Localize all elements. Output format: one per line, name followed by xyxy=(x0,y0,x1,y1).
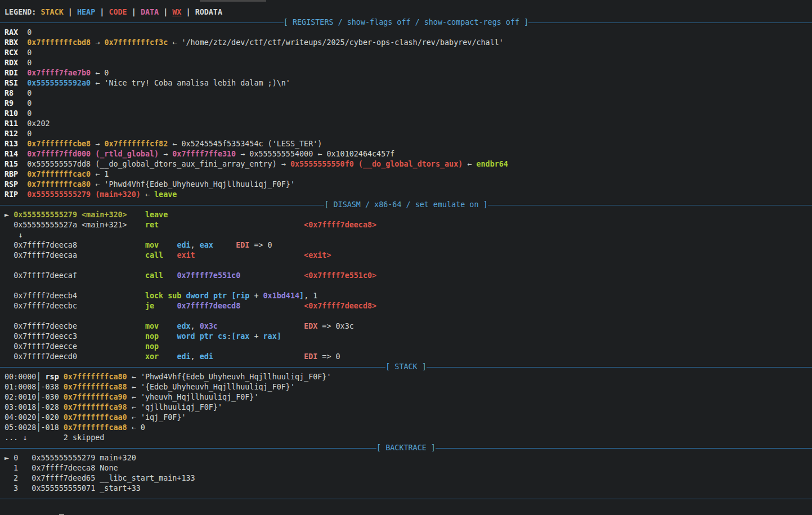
stack-address: 0x7fffffffca80 xyxy=(64,373,127,381)
text xyxy=(77,251,145,259)
code-address: <0x7ffff7deeca8> xyxy=(304,221,376,229)
text: ... ↓ xyxy=(5,433,27,442)
text: ← 1 xyxy=(91,170,109,178)
instruction-mnemonic: mov xyxy=(145,241,159,249)
wx-legend-item: WX xyxy=(172,8,181,16)
registers-line: R10 0 xyxy=(5,109,812,119)
code-address: 0x555555555279 (main+320) xyxy=(27,190,141,199)
arrow-left-icon: ← xyxy=(141,190,154,199)
registers-line: R15 0x555555557dd8 (__do_global_dtors_au… xyxy=(5,159,812,169)
text xyxy=(154,302,177,310)
register-operand: ptr xyxy=(213,292,227,300)
stack-line: 05:0028│-018 0x7fffffffcaa8 ← 0 xyxy=(5,423,812,433)
text xyxy=(159,332,177,341)
text xyxy=(18,79,27,87)
text: '{Edeb_Uhyheuvh_Hqjllhuuliqj_F0F}' xyxy=(141,383,295,391)
text: │ xyxy=(36,403,41,411)
text xyxy=(5,241,14,249)
register-name: R12 xyxy=(5,129,18,138)
separator-line xyxy=(427,367,812,368)
register-name: R15 xyxy=(5,160,18,168)
prompt-line[interactable]: pwndbg> xyxy=(5,504,812,514)
immediate-value: 0x7ffff7deecd8 xyxy=(177,302,240,310)
text: + xyxy=(249,332,263,341)
disasm-line xyxy=(5,261,812,271)
text xyxy=(77,292,145,300)
text: │ xyxy=(36,413,41,422)
text xyxy=(5,352,14,361)
text: 00:0000 xyxy=(5,373,36,381)
stack-address: 0x7fffffffcaa8 xyxy=(64,423,127,432)
text: -038 xyxy=(41,383,64,391)
text xyxy=(18,170,27,178)
register-operand: rip xyxy=(236,292,249,300)
stack-section-header: [ STACK ] xyxy=(0,362,812,372)
code-address: exit xyxy=(177,251,195,259)
text: => 0x3c xyxy=(317,322,354,330)
text xyxy=(213,352,304,361)
text xyxy=(77,332,145,341)
text: , 1 xyxy=(304,292,317,300)
backtrace-line: 2 0x7ffff7deed65 __libc_start_main+133 xyxy=(5,473,812,483)
data-address: 0x7ffff7fae7b0 xyxy=(27,69,91,77)
text xyxy=(18,160,27,168)
separator-line xyxy=(0,499,812,499)
disasm-line: 0x7ffff7deecce nop xyxy=(5,342,812,352)
text xyxy=(195,251,304,259)
text: 0x7ffff7deeca8 xyxy=(14,241,77,249)
registers-line: RIP 0x555555555279 (main+320) ← leave xyxy=(5,190,812,200)
stack-line: 02:0010│-030 0x7fffffffca90 ← 'yheuvh_Hq… xyxy=(5,392,812,402)
annotation-register: EDI xyxy=(304,352,317,361)
text xyxy=(18,180,27,189)
disasm-panel: ► 0x555555555279 <main+320> leave 0x5555… xyxy=(5,210,812,362)
text: | xyxy=(64,8,77,16)
immediate-value: 0x1bd414 xyxy=(263,292,300,300)
register-operand: ] xyxy=(277,332,281,341)
registers-line: RBX 0x7fffffffcbd8 → 0x7fffffffcf3c ← '/… xyxy=(5,38,812,48)
text xyxy=(18,190,27,199)
instruction-mnemonic: call xyxy=(145,251,163,259)
text: 02:0010 xyxy=(5,393,36,401)
instruction-mnemonic: nop xyxy=(145,342,159,351)
text: 0 0x555555555279 main+320 xyxy=(14,454,136,462)
text: RODATA xyxy=(195,8,222,16)
heap-address: HEAP xyxy=(77,8,95,16)
text xyxy=(18,109,27,118)
register-name: R9 xyxy=(5,99,14,108)
instruction-mnemonic: leave xyxy=(154,190,177,199)
text: '/home/ztz/dev/ctf/ctf/writeups/2025/cyb… xyxy=(181,38,503,47)
text xyxy=(127,221,145,229)
text: : xyxy=(227,332,231,341)
stack-address: 0x7fffffffcbd8 xyxy=(27,38,91,47)
text: │ xyxy=(36,423,41,432)
registers-line: R13 0x7fffffffcbe8 → 0x7fffffffcf82 ← 0x… xyxy=(5,139,812,149)
instruction-mnemonic: endbr64 xyxy=(476,160,508,168)
text: 0 xyxy=(27,28,32,37)
separator-line xyxy=(528,23,812,23)
text: 'iqj_F0F}' xyxy=(141,413,186,422)
text: 'qjllhuuliqj_F0F}' xyxy=(141,403,222,411)
register-operand: cs xyxy=(218,332,227,341)
text: 0 xyxy=(27,59,32,67)
register-name: RBP xyxy=(5,170,18,178)
disasm-line: 0x7ffff7deecd0 xor edi, edi EDI => 0 xyxy=(5,352,812,362)
arrow-left-icon: ← xyxy=(127,393,141,401)
text xyxy=(77,271,145,280)
register-name: RDX xyxy=(5,59,18,67)
backtrace-panel: ► 0 0x555555555279 main+320 1 0x7ffff7de… xyxy=(5,453,812,494)
registers-panel: RAX 0RBX 0x7fffffffcbd8 → 0x7fffffffcf3c… xyxy=(5,28,812,200)
disasm-section-header: [ DISASM / x86-64 / set emulate on ] xyxy=(0,200,812,210)
data-address: DATA xyxy=(141,8,159,16)
text: 'Phwd4Vhf{Edeb_Uhyheuvh_Hqjllhuuliqj_F0F… xyxy=(141,373,331,381)
register-operand: [ xyxy=(231,332,236,341)
registers-line: RSP 0x7fffffffca80 ← 'Phwd4Vhf{Edeb_Uhyh… xyxy=(5,180,812,190)
text: ← 'Phwd4Vhf{Edeb_Uhyheuvh_Hqjllhuuliqj_F… xyxy=(91,180,295,189)
stack-line: ... ↓ 2 skipped xyxy=(5,433,812,443)
backtrace-section-header: [ BACKTRACE ] xyxy=(0,443,812,453)
code-address: CODE xyxy=(109,8,127,16)
disasm-line: 0x7ffff7deecbe mov edx, 0x3c EDX => 0x3c xyxy=(5,321,812,332)
text xyxy=(227,292,231,300)
annotation-register: EDI xyxy=(236,241,249,249)
stack-address: STACK xyxy=(41,8,64,16)
registers-section-header: [ REGISTERS / show-flags off / show-comp… xyxy=(0,17,812,28)
